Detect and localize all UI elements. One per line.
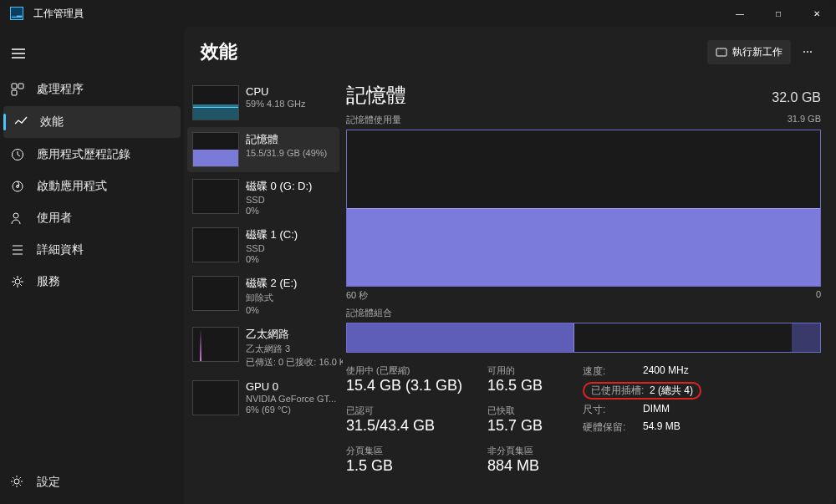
- svg-point-6: [13, 213, 18, 218]
- services-icon: [10, 274, 25, 289]
- paged-value: 1.5 GB: [346, 457, 476, 475]
- perf-name: 磁碟 2 (E:): [246, 276, 297, 291]
- memory-thumb: [192, 132, 239, 167]
- app-icon: ▁▂: [10, 7, 23, 20]
- sidebar-item-services[interactable]: 服務: [0, 266, 184, 298]
- speed-label: 速度:: [583, 364, 636, 379]
- history-icon: [10, 147, 25, 162]
- run-task-label: 執行新工作: [732, 45, 782, 59]
- close-button[interactable]: ✕: [798, 0, 836, 27]
- usage-chart-max: 31.9 GB: [788, 114, 821, 126]
- sidebar-item-processes[interactable]: 處理程序: [0, 74, 184, 105]
- perf-sub: 乙太網路 3: [246, 343, 334, 355]
- slots-highlight: 已使用插槽:2 (總共 4): [583, 382, 701, 400]
- nonpaged-label: 非分頁集區: [487, 445, 571, 457]
- sidebar-item-users[interactable]: 使用者: [0, 202, 184, 234]
- perf-card-gpu0[interactable]: GPU 0 NVIDIA GeForce GT... 6% (69 °C): [187, 375, 339, 420]
- speed-value: 2400 MHz: [643, 364, 689, 379]
- app-title: 工作管理員: [33, 7, 84, 21]
- more-button[interactable]: ⋯: [796, 40, 819, 64]
- perf-name: CPU: [246, 85, 306, 98]
- run-task-icon: [716, 46, 727, 58]
- gear-icon: [10, 475, 25, 491]
- memory-total: 32.0 GB: [772, 90, 821, 105]
- available-label: 可用的: [487, 364, 571, 377]
- reserved-value: 54.9 MB: [643, 420, 681, 435]
- svg-rect-1: [18, 84, 23, 89]
- composition-label: 記憶體組合: [346, 307, 392, 319]
- perf-sub: 15.5/31.9 GB (49%): [246, 148, 327, 158]
- perf-card-ethernet[interactable]: 乙太網路 乙太網路 3 已傳送: 0 已接收: 16.0 Kbps: [187, 322, 339, 374]
- perf-card-memory[interactable]: 記憶體 15.5/31.9 GB (49%): [187, 127, 339, 172]
- perf-sub: 59% 4.18 GHz: [246, 99, 306, 109]
- svg-rect-9: [716, 48, 726, 56]
- detail-title: 記憶體: [346, 82, 406, 109]
- committed-value: 31.5/43.4 GB: [346, 417, 476, 435]
- svg-point-8: [14, 479, 19, 484]
- disk-thumb: [192, 227, 239, 262]
- perf-card-cpu[interactable]: CPU 59% 4.18 GHz: [187, 80, 339, 125]
- paged-label: 分頁集區: [346, 445, 476, 457]
- comp-used: [347, 323, 574, 352]
- memory-usage-chart: [346, 130, 821, 287]
- comp-avail: [574, 323, 792, 352]
- perf-card-disk1[interactable]: 磁碟 1 (C:) SSD 0%: [187, 222, 339, 269]
- perf-name: 磁碟 1 (C:): [246, 227, 298, 242]
- sidebar-item-label: 啟動應用程式: [37, 179, 107, 194]
- form-value: DIMM: [643, 403, 670, 417]
- sidebar-item-label: 處理程序: [37, 82, 84, 97]
- perf-sub2: 0%: [246, 206, 312, 216]
- sidebar-item-startup[interactable]: 啟動應用程式: [0, 171, 184, 202]
- svg-point-7: [15, 279, 20, 284]
- content: 效能 執行新工作 ⋯ CPU 59% 4.18 GHz: [184, 27, 836, 504]
- perf-sub2: 已傳送: 0 已接收: 16.0 Kbps: [246, 356, 334, 369]
- users-icon: [10, 211, 25, 226]
- settings-label: 設定: [37, 475, 60, 490]
- sidebar-item-label: 服務: [37, 274, 60, 289]
- sidebar-item-apphistory[interactable]: 應用程式歷程記錄: [0, 139, 184, 171]
- sidebar-item-details[interactable]: 詳細資料: [0, 234, 184, 266]
- performance-list: CPU 59% 4.18 GHz 記憶體 15.5/31.9 GB (49%) …: [184, 77, 343, 504]
- cpu-thumb: [192, 85, 239, 120]
- disk-thumb: [192, 179, 239, 214]
- perf-sub2: 0%: [246, 254, 298, 264]
- perf-card-disk0[interactable]: 磁碟 0 (G: D:) SSD 0%: [187, 174, 339, 221]
- sidebar-item-settings[interactable]: 設定: [0, 466, 184, 499]
- committed-label: 已認可: [346, 405, 476, 417]
- details-icon: [10, 242, 25, 257]
- startup-icon: [10, 179, 25, 194]
- processes-icon: [10, 82, 25, 97]
- nonpaged-value: 884 MB: [487, 457, 571, 475]
- in-use-label: 使用中 (已壓縮): [346, 364, 476, 377]
- sidebar: 處理程序 效能 應用程式歷程記錄 啟動應用程式 使用者 詳細資料: [0, 27, 184, 504]
- content-header: 效能 執行新工作 ⋯: [184, 27, 836, 77]
- perf-sub2: 6% (69 °C): [246, 405, 334, 415]
- usage-chart-label: 記憶體使用量: [346, 114, 401, 126]
- sidebar-item-label: 詳細資料: [37, 242, 84, 257]
- perf-sub: SSD: [246, 195, 312, 205]
- cached-label: 已快取: [487, 405, 571, 417]
- perf-sub2: 0%: [246, 305, 297, 315]
- net-thumb: [192, 327, 239, 362]
- titlebar: ▁▂ 工作管理員 — □ ✕: [0, 0, 836, 27]
- hamburger-icon: [12, 48, 25, 59]
- in-use-value: 15.4 GB (3.1 GB): [346, 377, 476, 395]
- usage-fill: [347, 208, 820, 286]
- minimize-button[interactable]: —: [721, 0, 759, 27]
- svg-rect-0: [12, 84, 17, 89]
- reserved-label: 硬體保留:: [583, 420, 636, 435]
- slots-label: 已使用插槽:: [591, 384, 645, 398]
- chart-x-left: 60 秒: [346, 289, 368, 302]
- hamburger-button[interactable]: [0, 43, 35, 64]
- maximize-button[interactable]: □: [759, 0, 798, 27]
- performance-icon: [13, 115, 28, 130]
- run-task-button[interactable]: 執行新工作: [707, 40, 791, 64]
- perf-name: 磁碟 0 (G: D:): [246, 179, 312, 194]
- performance-detail: 記憶體 32.0 GB 記憶體使用量 31.9 GB 60 秒 0 記憶體組合: [343, 77, 836, 504]
- disk-thumb: [192, 276, 239, 311]
- perf-card-disk2[interactable]: 磁碟 2 (E:) 卸除式 0%: [187, 271, 339, 320]
- sidebar-item-label: 應用程式歷程記錄: [37, 147, 130, 162]
- sidebar-item-performance[interactable]: 效能: [3, 106, 181, 138]
- comp-cached: [792, 323, 820, 352]
- svg-rect-2: [12, 90, 17, 95]
